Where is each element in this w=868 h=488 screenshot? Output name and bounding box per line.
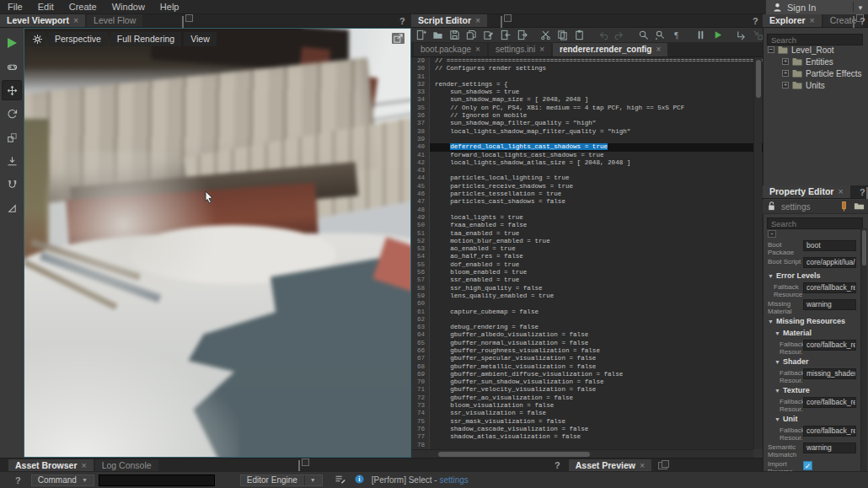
section-header[interactable]: ▼Shader bbox=[768, 357, 858, 366]
code-line[interactable]: 70 gbuffer_sun_shadow_visualization = fa… bbox=[411, 378, 763, 386]
close-icon[interactable]: × bbox=[539, 45, 544, 54]
close-icon[interactable]: × bbox=[838, 186, 843, 196]
code-line[interactable]: 75 ssr_mask_visualization = false bbox=[411, 418, 763, 426]
code-line[interactable]: 38 local_lights_shadow_map_filter_qualit… bbox=[411, 128, 763, 136]
code-line[interactable]: 48 bbox=[411, 206, 763, 214]
chevron-down-icon[interactable]: ▼ bbox=[857, 4, 864, 12]
property-value-input[interactable]: boot bbox=[803, 240, 856, 251]
save-as-icon[interactable] bbox=[482, 29, 495, 41]
drop-to-ground-button[interactable] bbox=[2, 151, 22, 171]
code-line[interactable]: 43 bbox=[411, 167, 763, 174]
scrollbar-thumb[interactable] bbox=[438, 452, 590, 457]
file-tab[interactable]: boot.package× bbox=[414, 43, 487, 56]
checkbox-checked[interactable]: ✓ bbox=[803, 461, 812, 470]
menu-item[interactable]: Window bbox=[104, 0, 153, 13]
popout-icon[interactable] bbox=[182, 16, 184, 28]
rotate-tool-button[interactable] bbox=[2, 104, 22, 124]
property-search-input[interactable] bbox=[767, 217, 863, 229]
file-tab[interactable]: renderer.render_config× bbox=[553, 43, 667, 56]
file-tab[interactable]: settings.ini× bbox=[489, 43, 551, 56]
code-line[interactable]: 69 gbuffer_ambient_diffuse_visualization… bbox=[411, 371, 763, 378]
code-line[interactable]: 35 // Only on PC, PS4, XB1: medium == 4 … bbox=[411, 105, 763, 112]
save-all-icon[interactable] bbox=[465, 29, 478, 41]
copy-icon[interactable] bbox=[556, 29, 569, 41]
code-line[interactable]: 76 shadow_cascade_visualization = false bbox=[411, 426, 763, 433]
paste-icon[interactable] bbox=[573, 29, 586, 41]
viewport-mode-button[interactable]: Perspective bbox=[48, 32, 108, 46]
code-line[interactable]: 54 ao_half_res = false bbox=[411, 253, 763, 260]
scrollbar-thumb[interactable] bbox=[862, 230, 866, 265]
undo-icon[interactable] bbox=[597, 29, 609, 41]
code-line[interactable]: 78 bbox=[411, 442, 763, 449]
tab[interactable]: Explorer× bbox=[763, 14, 822, 27]
help-icon[interactable]: ? bbox=[555, 459, 560, 472]
expander-icon[interactable]: + bbox=[782, 70, 789, 77]
property-value-input[interactable]: core/fallback_resourc bbox=[803, 282, 856, 293]
code-line[interactable]: 52 motion_blur_enabled = true bbox=[411, 238, 763, 245]
code-line[interactable]: 40 deferred_local_lights_cast_shadows = … bbox=[411, 143, 763, 151]
property-value-input[interactable]: core/fallback_resourc bbox=[803, 397, 856, 408]
section-header[interactable]: ▼Texture bbox=[768, 386, 858, 394]
property-value-input[interactable]: warning bbox=[803, 442, 856, 453]
horizontal-scrollbar[interactable] bbox=[411, 449, 753, 458]
folder-icon[interactable] bbox=[854, 201, 865, 213]
property-value-input[interactable]: core/fallback_resourc bbox=[803, 426, 856, 437]
export-doc-icon[interactable] bbox=[516, 29, 528, 41]
code-line[interactable]: 55 dof_enabled = true bbox=[411, 261, 763, 269]
section-header[interactable]: ▼Missing Resources bbox=[768, 317, 858, 325]
code-line[interactable]: 72 gbuffer_ao_visualization = false bbox=[411, 394, 763, 402]
help-icon[interactable]: ? bbox=[860, 187, 863, 197]
property-value-input[interactable]: missing_shader bbox=[803, 368, 856, 379]
move-tool-button[interactable] bbox=[2, 80, 22, 100]
code-line[interactable]: 57 ssr_enabled = true bbox=[411, 276, 763, 284]
code-line[interactable]: 44 particles_local_lighting = true bbox=[411, 174, 763, 182]
property-value-input[interactable]: core/appkit/lua/main bbox=[803, 257, 856, 268]
code-line[interactable]: 62 bbox=[411, 316, 763, 324]
code-line[interactable]: 66 gbuffer_roughness_visualization = fal… bbox=[411, 347, 763, 355]
code-line[interactable]: 59 lens_quality_enabled = true bbox=[411, 292, 763, 300]
code-line[interactable]: 31 bbox=[411, 73, 763, 81]
menu-item[interactable]: Edit bbox=[30, 0, 62, 13]
code-line[interactable]: 50 fxaa_enabled = false bbox=[411, 222, 763, 229]
pause-icon[interactable] bbox=[694, 29, 707, 41]
code-editor[interactable]: 29// ===================================… bbox=[411, 57, 763, 449]
engine-select-dropdown[interactable]: Editor Engine ▼ bbox=[240, 475, 323, 486]
new-script-icon[interactable] bbox=[415, 29, 427, 41]
close-icon[interactable]: × bbox=[82, 460, 87, 470]
code-line[interactable]: 37 sun_shadow_map_filter_quality = "high… bbox=[411, 120, 763, 127]
tab[interactable]: Level Viewport× bbox=[0, 14, 85, 27]
tab[interactable]: Asset Browser× bbox=[8, 459, 94, 472]
play-icon[interactable] bbox=[711, 29, 724, 41]
section-header[interactable]: ▼Unit bbox=[768, 415, 858, 423]
code-line[interactable]: 61 capture_cubemap = false bbox=[411, 308, 763, 316]
vertical-scrollbar[interactable] bbox=[860, 228, 867, 471]
gear-icon[interactable] bbox=[29, 32, 46, 46]
code-line[interactable]: 47 particles_cast_shadows = false bbox=[411, 198, 763, 206]
code-line[interactable]: 33 sun_shadows = true bbox=[411, 88, 763, 96]
code-line[interactable]: 46 particles_tessellation = true bbox=[411, 190, 763, 198]
find-replace-icon[interactable] bbox=[654, 29, 667, 41]
code-line[interactable]: 32render_settings = { bbox=[411, 81, 763, 88]
close-icon[interactable]: × bbox=[73, 15, 78, 25]
close-icon[interactable]: × bbox=[656, 45, 661, 54]
property-value-input[interactable]: core/fallback_resourc bbox=[803, 340, 856, 351]
code-line[interactable]: 63 debug_rendering = false bbox=[411, 324, 763, 331]
code-line[interactable]: 67 gbuffer_specular_visualization = fals… bbox=[411, 355, 763, 362]
menu-item[interactable]: Create bbox=[62, 0, 104, 13]
tree-item-entities[interactable]: +Entities bbox=[763, 56, 868, 67]
redo-icon[interactable] bbox=[613, 29, 626, 41]
code-line[interactable]: 39 bbox=[411, 136, 763, 143]
maximize-icon[interactable] bbox=[392, 33, 405, 44]
code-line[interactable]: 68 gbuffer_metallic_visualization = fals… bbox=[411, 363, 763, 371]
collapse-icon[interactable]: - bbox=[768, 230, 776, 238]
tree-item-units[interactable]: +Units bbox=[763, 79, 868, 91]
code-line[interactable]: 77 shadow_atlas_visualization = false bbox=[411, 433, 763, 441]
tab[interactable]: Log Console× bbox=[95, 459, 158, 472]
pin-icon[interactable] bbox=[839, 201, 849, 213]
game-mode-button[interactable] bbox=[2, 56, 22, 77]
tab-script-editor[interactable]: Script Editor× bbox=[411, 14, 487, 27]
show-whitespace-icon[interactable]: ¶ bbox=[671, 29, 683, 41]
step-over-icon[interactable] bbox=[735, 29, 747, 41]
viewport-canvas[interactable]: PerspectiveFull RenderingView bbox=[24, 28, 411, 458]
code-line[interactable]: 51 taa_enabled = true bbox=[411, 230, 763, 238]
